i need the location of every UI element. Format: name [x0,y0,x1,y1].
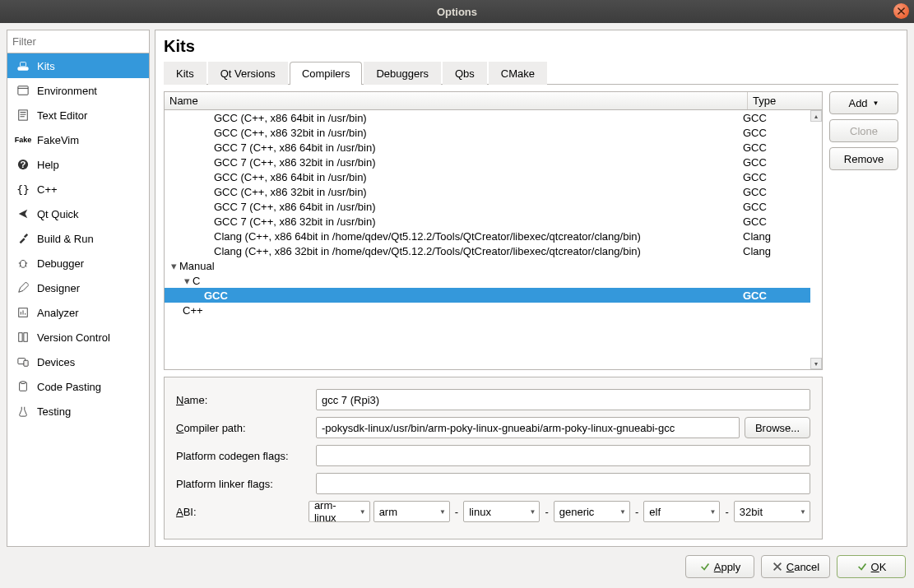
sidebar-item-cpp[interactable]: {} C++ [7,177,149,201]
tree-row[interactable]: ▾C [165,273,810,288]
sidebar-item-label: C++ [37,183,58,196]
compiler-path-input[interactable] [316,417,740,438]
tree-row-type: GCC [743,112,810,124]
right-panel: Kits Kits Qt Versions Compilers Debugger… [155,30,907,547]
sidebar-item-label: Version Control [37,331,110,344]
sidebar-item-label: Qt Quick [37,208,79,220]
devices-icon [16,354,30,369]
tree-row[interactable]: ▾Manual [165,258,810,273]
tree-row-name: GCC (C++, x86 64bit in /usr/bin) [165,171,743,183]
tab-compilers[interactable]: Compilers [290,62,363,85]
abi-a1-select[interactable]: arm▼ [373,501,450,522]
chevron-down-icon: ▼ [439,508,446,516]
linker-input[interactable] [316,473,810,494]
sidebar-item-label: Build & Run [37,233,94,245]
expander-icon[interactable]: ▾ [169,260,178,272]
cancel-button[interactable]: Cancel [761,555,830,578]
flask-icon [16,404,30,419]
sidebar-item-kits[interactable]: Kits [7,53,149,78]
check-icon [699,561,711,572]
browse-button[interactable]: Browse... [745,417,810,438]
sidebar-item-label: Devices [37,356,75,368]
svg-rect-23 [24,360,28,366]
sidebar-item-devices[interactable]: Devices [7,350,149,374]
clone-button[interactable]: Clone [829,119,898,142]
sidebar-item-testing[interactable]: Testing [7,399,149,424]
tab-cmake[interactable]: CMake [489,62,547,85]
remove-button[interactable]: Remove [829,147,898,170]
abi-a2-select[interactable]: linux▼ [463,501,540,522]
expander-icon[interactable]: ▾ [183,275,191,287]
tab-kits[interactable]: Kits [164,62,206,85]
tree-row[interactable]: GCCGCC [165,288,810,303]
tree-row-name: ▾Manual [165,260,743,272]
tree-row[interactable]: GCC (C++, x86 64bit in /usr/bin)GCC [165,110,810,125]
tree-row-name: GCC (C++, x86 32bit in /usr/bin) [165,186,743,198]
tree-row-name: ▾C [165,275,743,287]
sidebar-item-debugger[interactable]: Debugger [7,251,149,275]
braces-icon: {} [16,182,30,197]
tree-row[interactable]: GCC 7 (C++, x86 32bit in /usr/bin)GCC [165,214,810,229]
close-button[interactable] [893,3,909,19]
sidebar-item-label: Kits [37,60,55,72]
tree-row[interactable]: Clang (C++, x86 32bit in /home/qdev/Qt5.… [165,243,810,258]
tab-debuggers[interactable]: Debuggers [364,62,441,85]
sidebar-item-designer[interactable]: Designer [7,275,149,300]
path-label: Compiler path: [176,422,316,434]
panel-title: Kits [164,37,898,56]
tree-row[interactable]: GCC 7 (C++, x86 32bit in /usr/bin)GCC [165,155,810,169]
tree-row-name: GCC (C++, x86 64bit in /usr/bin) [165,112,743,124]
tree-row[interactable]: GCC (C++, x86 64bit in /usr/bin)GCC [165,169,810,184]
filter-input[interactable] [7,30,149,53]
apply-button[interactable]: Apply [685,555,754,578]
abi-a3-select[interactable]: generic▼ [554,501,630,522]
window-icon [16,83,30,98]
field-codegen: Platform codegen flags: [176,445,810,466]
tab-qt-versions[interactable]: Qt Versions [208,62,288,85]
scroll-down-button[interactable]: ▾ [810,358,822,369]
sidebar-item-fakevim[interactable]: Fake FakeVim [7,127,149,152]
field-name: Name: [176,389,810,410]
tree-row-name: Clang (C++, x86 32bit in /home/qdev/Qt5.… [165,245,743,257]
abi-a4-select[interactable]: elf▼ [643,501,720,522]
tree-row-type: GCC [743,186,810,198]
sidebar-item-build-run[interactable]: Build & Run [7,226,149,251]
sidebar-item-analyzer[interactable]: Analyzer [7,300,149,325]
sidebar-item-text-editor[interactable]: Text Editor [7,103,149,127]
clipboard-icon [16,379,30,394]
tree-row-name: GCC 7 (C++, x86 32bit in /usr/bin) [165,156,743,169]
sidebar-item-version-control[interactable]: Version Control [7,325,149,350]
sidebar-item-qtquick[interactable]: Qt Quick [7,201,149,226]
tree-row-name: GCC 7 (C++, x86 32bit in /usr/bin) [165,215,743,228]
sidebar-item-environment[interactable]: Environment [7,78,149,103]
tab-label: Kits [176,67,194,80]
codegen-input[interactable] [316,445,810,466]
tree-row-name: GCC 7 (C++, x86 64bit in /usr/bin) [165,141,743,154]
sidebar-item-help[interactable]: ? Help [7,152,149,177]
tree-row-name: C++ [165,304,743,317]
svg-rect-21 [24,333,27,342]
ok-button[interactable]: OK [837,555,906,578]
column-type[interactable]: Type [748,92,822,109]
svg-text:?: ? [21,160,26,169]
tree-row[interactable]: Clang (C++, x86 64bit in /home/qdev/Qt5.… [165,229,810,243]
tree-row[interactable]: GCC 7 (C++, x86 64bit in /usr/bin)GCC [165,140,810,155]
tab-qbs[interactable]: Qbs [443,62,487,85]
add-button[interactable]: Add▼ [829,91,898,114]
column-name[interactable]: Name [165,92,748,109]
sidebar-item-code-pasting[interactable]: Code Pasting [7,374,149,399]
sidebar-item-label: Environment [37,85,97,97]
check-icon [856,561,868,572]
tab-content: Name Type ▴ ▾ GCC (C++, x86 64bit in /us… [164,85,898,539]
scroll-up-button[interactable]: ▴ [810,110,822,122]
name-input[interactable] [316,389,810,410]
tree-row[interactable]: GCC (C++, x86 32bit in /usr/bin)GCC [165,125,810,140]
tree-body[interactable]: ▴ ▾ GCC (C++, x86 64bit in /usr/bin)GCCG… [165,110,822,369]
abi-arch-select[interactable]: arm-linux▼ [309,501,370,522]
abi-a5-select[interactable]: 32bit▼ [734,501,810,522]
title-bar: Options [0,0,914,23]
sidebar: Kits Environment Text Editor Fake FakeVi… [7,30,150,547]
tree-row[interactable]: C++ [165,303,810,317]
tree-row[interactable]: GCC 7 (C++, x86 64bit in /usr/bin)GCC [165,199,810,214]
tree-row[interactable]: GCC (C++, x86 32bit in /usr/bin)GCC [165,184,810,199]
